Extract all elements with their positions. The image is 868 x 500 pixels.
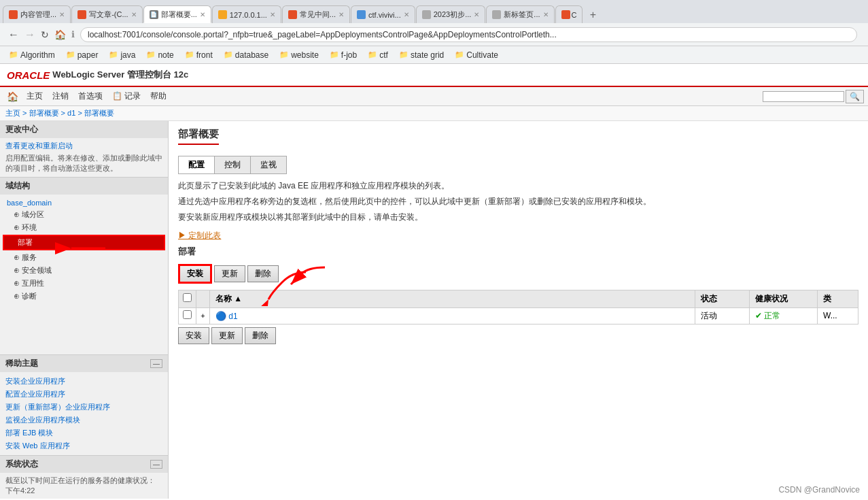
help-link-monitor-enterprise[interactable]: 监视企业应用程序模块 [5, 414, 162, 427]
menu-item-home[interactable]: 主页 [22, 89, 47, 103]
action-bar-top: 安装 更新 删除 [178, 261, 858, 288]
bookmark-front[interactable]: 📁front [180, 50, 218, 61]
change-center-link[interactable]: 查看更改和重新启动 [5, 141, 162, 151]
bookmark-database[interactable]: 📁database [219, 50, 273, 61]
bookmark-stategrid[interactable]: 📁state grid [394, 50, 449, 61]
tab-5[interactable]: 常见中间... ✕ [282, 5, 350, 23]
tab-config[interactable]: 配置 [178, 156, 215, 174]
tab-5-label: 常见中间... [300, 10, 336, 20]
row-checkbox[interactable] [183, 310, 192, 319]
bookmark-note[interactable]: 📁note [141, 50, 178, 61]
red-arrow-install [288, 261, 328, 288]
bookmark-java[interactable]: 📁java [104, 50, 140, 61]
nav-bar: ← → ↻ 🏠 ℹ [0, 23, 868, 46]
home-menu-icon[interactable]: 🏠 [4, 90, 21, 103]
row-app-link[interactable]: d1 [228, 312, 237, 321]
system-status-title: 系统状态 [5, 459, 150, 470]
tab-3-label: 部署概要... [161, 10, 197, 20]
tab-9-label: C [572, 11, 577, 19]
tab-2[interactable]: 写文章-(C... ✕ [71, 5, 142, 23]
reload-button[interactable]: ↻ [38, 28, 52, 41]
update-button-bottom[interactable]: 更新 [211, 327, 243, 344]
bookmark-fjob[interactable]: 📁f-job [325, 50, 362, 61]
help-topics-collapse[interactable]: — [150, 359, 162, 368]
oracle-logo: ORACLE [7, 69, 50, 81]
col-name[interactable]: 名称 ▲ [210, 290, 695, 307]
tab-8[interactable]: 新标签页... ✕ [486, 5, 554, 23]
bookmarks-bar: 📁Algorithm 📁paper 📁java 📁note 📁front 📁da… [0, 46, 868, 64]
tab-1[interactable]: 内容管理... ✕ [3, 5, 71, 23]
info-text-2: 通过先选中应用程序名称旁边的复选框，然后使用此页中的控件，可以从此域中更新（重新… [178, 195, 858, 208]
tree-item-domain-partition[interactable]: ⊕ 域分区 [0, 208, 168, 221]
bookmark-algorithm[interactable]: 📁Algorithm [4, 50, 60, 61]
breadcrumb-deploy[interactable]: 部署概要 [29, 109, 59, 117]
breadcrumb-d1[interactable]: d1 [67, 109, 75, 117]
bookmark-cultivate[interactable]: 📁Cultivate [450, 50, 503, 61]
bookmark-paper[interactable]: 📁paper [61, 50, 103, 61]
tab-control[interactable]: 控制 [214, 156, 251, 174]
tree-item-diagnostics[interactable]: ⊕ 诊断 [0, 290, 168, 303]
help-link-install-web[interactable]: 安装 Web 应用程序 [5, 439, 162, 452]
menu-item-help[interactable]: 帮助 [146, 89, 171, 103]
delete-button-bottom[interactable]: 删除 [245, 327, 276, 344]
breadcrumb-current: 部署概要 [84, 109, 114, 117]
col-expand [196, 290, 210, 307]
new-tab-button[interactable]: + [585, 7, 601, 23]
menu-item-preferences[interactable]: 首选项 [74, 89, 107, 103]
search-input[interactable] [763, 91, 844, 102]
help-link-install-enterprise[interactable]: 安装企业应用程序 [5, 375, 162, 388]
tab-2-close[interactable]: ✕ [131, 11, 137, 18]
search-button[interactable]: 🔍 [846, 90, 864, 103]
row-type-cell: W... [818, 307, 858, 324]
tab-monitor[interactable]: 监视 [250, 156, 287, 174]
back-button[interactable]: ← [5, 27, 22, 42]
menu-item-logout[interactable]: 注销 [48, 89, 73, 103]
tab-4-close[interactable]: ✕ [270, 11, 275, 18]
tab-bar: 内容管理... ✕ 写文章-(C... ✕ 📄 部署概要... ✕ 127.0.… [0, 0, 868, 23]
tree-item-services[interactable]: ⊕ 服务 [0, 251, 168, 264]
select-all-checkbox[interactable] [183, 293, 192, 302]
system-status-collapse[interactable]: — [150, 460, 162, 469]
tab-7[interactable]: 2023初步... ✕ [416, 5, 486, 23]
tree-item-security[interactable]: ⊕ 安全领域 [0, 264, 168, 277]
tab-1-close[interactable]: ✕ [59, 11, 65, 18]
tab-9[interactable]: C [555, 5, 583, 23]
tab-4[interactable]: 127.0.0.1... ✕ [212, 5, 281, 23]
bookmark-ctf[interactable]: 📁ctf [363, 50, 393, 61]
tree-item-deploy[interactable]: 部署 [3, 235, 165, 250]
install-button-top[interactable]: 安装 [178, 264, 212, 284]
tab-6-label: ctf.vivivi... [368, 11, 401, 19]
tab-6-close[interactable]: ✕ [404, 11, 409, 18]
address-input[interactable] [80, 27, 857, 42]
install-button-bottom[interactable]: 安装 [178, 327, 209, 344]
col-status: 状态 [695, 290, 750, 307]
help-link-config-enterprise[interactable]: 配置企业应用程序 [5, 388, 162, 401]
delete-button-top[interactable]: 删除 [247, 265, 279, 282]
tab-3[interactable]: 📄 部署概要... ✕ [143, 5, 211, 23]
tab-7-close[interactable]: ✕ [474, 11, 479, 18]
tree-item-interop[interactable]: ⊕ 互用性 [0, 277, 168, 290]
row-expand-icon[interactable]: + [201, 312, 205, 320]
table-row: + 🔵 d1 活动 ✔ 正常 W... [179, 307, 858, 324]
tab-3-close[interactable]: ✕ [200, 11, 205, 18]
browser-chrome: 内容管理... ✕ 写文章-(C... ✕ 📄 部署概要... ✕ 127.0.… [0, 0, 868, 64]
tree-item-environment[interactable]: ⊕ 环境 [0, 221, 168, 234]
system-status-time: 下午4:22 [5, 486, 162, 496]
tree-item-base-domain[interactable]: base_domain [0, 197, 168, 208]
home-button[interactable]: 🏠 [52, 28, 69, 41]
breadcrumb-home[interactable]: 主页 [5, 109, 20, 117]
help-topics-title: 稀助主题 [5, 358, 150, 369]
deploy-section-title: 部署 [178, 246, 858, 258]
tab-7-label: 2023初步... [434, 10, 472, 20]
tab-8-close[interactable]: ✕ [543, 11, 549, 18]
tab-6[interactable]: ctf.vivivi... ✕ [351, 5, 415, 23]
menu-item-records[interactable]: 📋 记录 [108, 89, 145, 103]
customize-table-link[interactable]: ▶ 定制此表 [178, 231, 221, 240]
bookmark-website[interactable]: 📁website [275, 50, 324, 61]
forward-button[interactable]: → [22, 27, 38, 42]
help-link-update-enterprise[interactable]: 更新（重新部署）企业应用程序 [5, 401, 162, 414]
oracle-header: ORACLE WebLogic Server 管理控制台 12c [0, 64, 868, 87]
help-link-deploy-ejb[interactable]: 部署 EJB 模块 [5, 427, 162, 439]
tab-5-close[interactable]: ✕ [338, 11, 344, 18]
update-button-top[interactable]: 更新 [214, 265, 245, 282]
